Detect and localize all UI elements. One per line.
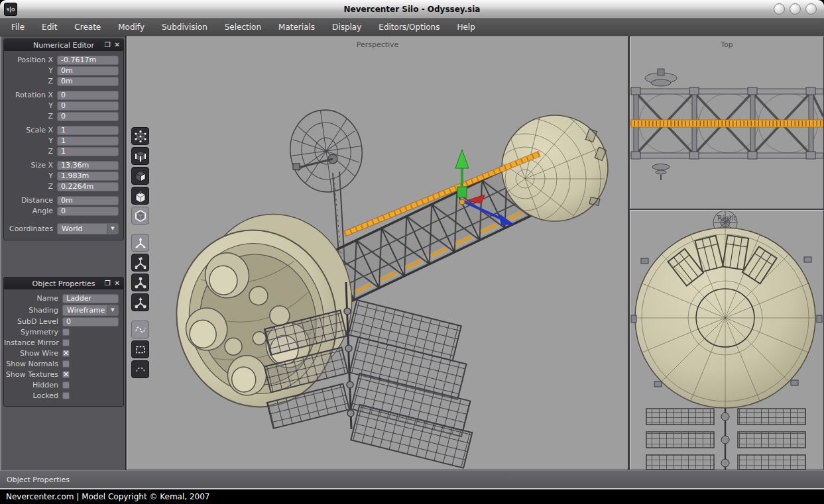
menu-file[interactable]: File [3, 19, 33, 36]
app-window: s|o Nevercenter Silo - Odyssey.sia File … [0, 0, 824, 504]
viewport-toolbar [131, 127, 149, 378]
field-label: Coordinates [4, 225, 57, 233]
menu-create[interactable]: Create [66, 19, 109, 36]
locked-checkbox[interactable] [62, 392, 70, 399]
position-x-input[interactable] [57, 56, 119, 65]
field-label: Locked [4, 391, 62, 400]
window-controls [774, 3, 817, 15]
distance-input[interactable] [57, 196, 119, 205]
show-wire-checkbox[interactable] [62, 350, 70, 357]
footer-text: Nevercenter.com | Model Copyright © Kema… [6, 492, 209, 501]
status-text: Object Properties [7, 476, 70, 484]
field-label: Show Wire [4, 349, 62, 358]
top-viewport[interactable]: Top [630, 36, 824, 209]
show-normals-checkbox[interactable] [62, 360, 70, 368]
symmetry-checkbox[interactable] [62, 328, 70, 336]
numerical-editor-panel: Numerical Editor ❐ ✕ Position X Y Z Rota… [3, 38, 124, 240]
angle-input[interactable] [57, 207, 119, 216]
object-mode-button[interactable] [131, 207, 149, 225]
field-label: SubD Level [4, 317, 62, 326]
field-label: Z [4, 112, 57, 121]
panel-restore-icon[interactable]: ❐ [105, 42, 111, 48]
object-name-input[interactable] [62, 294, 119, 303]
coordinates-value: World [62, 225, 83, 233]
menu-modify[interactable]: Modify [109, 19, 153, 36]
size-z-input[interactable] [57, 182, 119, 191]
rotation-z-input[interactable] [57, 112, 119, 121]
field-label: Y [4, 66, 57, 75]
panel-restore-icon[interactable]: ❐ [105, 280, 111, 287]
close-button[interactable] [805, 3, 817, 15]
solar-array-front [646, 408, 805, 470]
hidden-checkbox[interactable] [62, 381, 70, 389]
scale-y-input[interactable] [57, 136, 119, 146]
scale-tool-button[interactable] [131, 274, 149, 291]
size-y-input[interactable] [57, 172, 119, 181]
scale-z-input[interactable] [57, 147, 119, 156]
menu-materials[interactable]: Materials [270, 19, 324, 36]
menu-subdivision[interactable]: Subdivision [153, 19, 216, 36]
menu-editors-options[interactable]: Editors/Options [370, 19, 448, 36]
object-mode-icon [135, 210, 147, 222]
scale-x-input[interactable] [57, 126, 119, 135]
rect-select-button[interactable] [131, 340, 149, 358]
rotate-tool-icon [135, 257, 147, 269]
minimize-button[interactable] [774, 3, 785, 15]
element-mode-icon [135, 190, 147, 202]
numerical-editor-title-bar[interactable]: Numerical Editor ❐ ✕ [4, 39, 123, 51]
field-label: Show Textures [4, 370, 62, 379]
coordinates-select[interactable]: World ▼ [57, 223, 119, 234]
chevron-down-icon: ▼ [107, 224, 118, 234]
move-tool-icon [135, 237, 147, 249]
edge-mode-icon [135, 150, 147, 162]
edge-mode-button[interactable] [131, 147, 149, 165]
menu-bar: File Edit Create Modify Subdivision Sele… [0, 19, 824, 36]
rotation-y-input[interactable] [57, 101, 119, 111]
menu-selection[interactable]: Selection [216, 19, 270, 36]
lasso-select-icon [135, 324, 147, 336]
show-textures-checkbox[interactable] [62, 371, 70, 378]
field-label: Instance Mirror [4, 338, 62, 347]
menu-edit[interactable]: Edit [33, 19, 66, 36]
title-bar[interactable]: s|o Nevercenter Silo - Odyssey.sia [0, 0, 824, 19]
shading-select[interactable]: Wireframe ▼ [62, 305, 119, 316]
perspective-viewport[interactable]: Perspective [127, 36, 628, 470]
object-properties-title-bar[interactable]: Object Properties ❐ ✕ [4, 277, 123, 289]
soft-select-button[interactable] [131, 360, 149, 378]
menu-display[interactable]: Display [324, 19, 370, 36]
antenna-top-view [645, 69, 677, 86]
object-properties-panel: Object Properties ❐ ✕ Name Shading Wiref… [3, 277, 124, 407]
field-label: Z [4, 182, 57, 191]
size-x-input[interactable] [57, 161, 119, 170]
menu-help[interactable]: Help [448, 19, 483, 36]
vertex-mode-button[interactable] [131, 127, 149, 145]
instance-mirror-checkbox[interactable] [62, 339, 70, 346]
lasso-select-button[interactable] [131, 321, 149, 338]
maximize-button[interactable] [790, 3, 801, 15]
field-label: Y [4, 101, 57, 110]
subd-level-input[interactable] [62, 317, 119, 327]
field-label: Z [4, 77, 57, 85]
ladder-top-view [630, 120, 823, 127]
field-label: Size X [4, 161, 57, 170]
face-mode-button[interactable] [131, 167, 149, 185]
position-z-input[interactable] [57, 77, 119, 86]
move-tool-button[interactable] [131, 234, 149, 252]
rotation-x-input[interactable] [57, 91, 119, 100]
field-label: Name [4, 294, 62, 303]
right-viewport[interactable]: Right [630, 210, 824, 470]
shading-value: Wireframe [67, 306, 105, 315]
top-scene [630, 37, 823, 209]
element-mode-button[interactable] [131, 187, 149, 205]
position-y-input[interactable] [57, 66, 119, 76]
panel-close-icon[interactable]: ✕ [115, 280, 120, 287]
panel-close-icon[interactable]: ✕ [115, 42, 120, 48]
rotate-tool-button[interactable] [131, 254, 149, 272]
truss-top-view [630, 87, 823, 159]
status-bar: Object Properties [0, 470, 824, 488]
manipulator-handle [457, 187, 467, 197]
perspective-scene [127, 37, 628, 470]
chevron-down-icon: ▼ [107, 305, 118, 315]
universal-manipulator-button[interactable] [131, 293, 149, 311]
field-label: Angle [4, 207, 57, 215]
